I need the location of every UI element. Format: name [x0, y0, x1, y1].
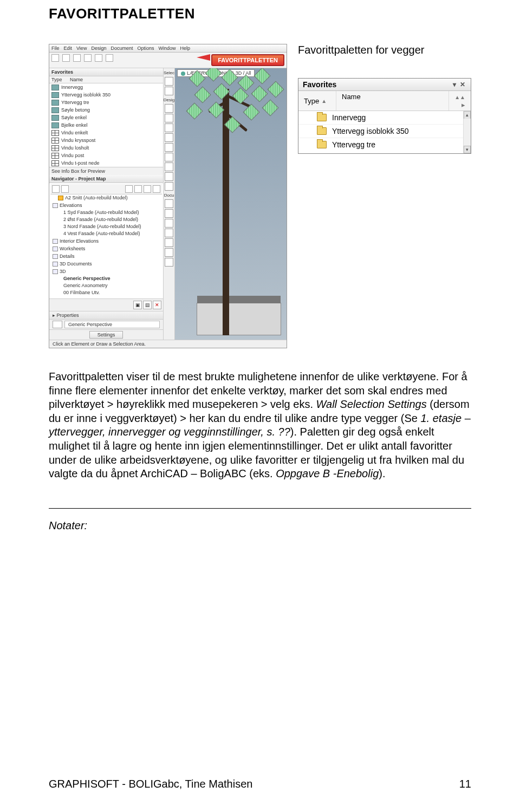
navigator-properties[interactable]: ▸ Properties: [49, 311, 163, 319]
list-item[interactable]: Søyle betong: [49, 106, 163, 114]
list-item[interactable]: Vindu losholt: [49, 144, 163, 152]
nav-tab[interactable]: [144, 185, 151, 193]
tree-item[interactable]: A2 Snitt (Auto-rebuild Model): [50, 194, 162, 202]
tool-line[interactable]: [165, 238, 173, 247]
tool-circle[interactable]: [165, 248, 173, 257]
window-icon: [51, 160, 59, 166]
tool-fill[interactable]: [165, 229, 173, 237]
menu-file[interactable]: File: [51, 46, 60, 51]
menu-view[interactable]: View: [76, 46, 87, 51]
toolbar-button[interactable]: [84, 54, 92, 62]
tree-group-details[interactable]: Details: [50, 252, 162, 260]
nav-tab[interactable]: [61, 185, 69, 193]
tool-column[interactable]: [165, 133, 173, 142]
tool-beam[interactable]: [165, 143, 173, 152]
scroll-up-icon[interactable]: ▴: [464, 111, 471, 119]
page-title: FAVORITTPALETTEN: [49, 5, 471, 22]
toolbar-button[interactable]: [95, 54, 102, 62]
list-item[interactable]: Yttervegg isoblokk 350: [49, 91, 163, 99]
list-item[interactable]: Vindu post: [49, 152, 163, 159]
menubar: File Edit View Design Document Options W…: [49, 44, 287, 53]
toolbar-button[interactable]: [73, 54, 81, 62]
tree-group-3d-documents[interactable]: 3D Documents: [50, 260, 162, 268]
favorites-item[interactable]: Yttervegg tre: [298, 138, 463, 151]
toolbar-button[interactable]: [62, 54, 70, 62]
folder-icon: [51, 100, 59, 106]
sort-asc-icon: ▲: [321, 98, 327, 104]
tool-slab[interactable]: [165, 153, 173, 161]
menu-document[interactable]: Document: [110, 46, 133, 51]
col-name[interactable]: Name: [70, 77, 161, 82]
footer-left: GRAPHISOFT - BOLIGabc, Tine Mathisen: [49, 778, 252, 790]
column-label: Type: [304, 97, 319, 105]
settings-button[interactable]: Settings: [89, 331, 123, 339]
tool-dimension[interactable]: [165, 199, 173, 208]
tree-item[interactable]: Generic Axonometry: [50, 282, 162, 289]
col-type[interactable]: Type: [51, 77, 70, 82]
menu-help[interactable]: Help: [180, 46, 190, 51]
tree-item[interactable]: Generic Perspective: [50, 275, 162, 282]
tree-item[interactable]: 1 Syd Fasade (Auto-rebuild Model): [50, 209, 162, 216]
list-item[interactable]: Vindu enkelt: [49, 129, 163, 137]
favorites-mini-header: Favorites: [49, 68, 163, 76]
tree-label: 00 Filmbane Utv.: [63, 290, 100, 295]
tool-arrow[interactable]: [165, 77, 173, 86]
tool-mesh[interactable]: [165, 182, 173, 191]
scroll-down-icon[interactable]: ▾: [464, 146, 471, 153]
tree-group-elevations[interactable]: Elevations: [50, 202, 162, 209]
tree-item[interactable]: 2 Øst Fasade (Auto-rebuild Model): [50, 216, 162, 223]
list-item[interactable]: Søyle enkel: [49, 114, 163, 121]
tree-item[interactable]: 3 Nord Fasade (Auto-rebuild Model): [50, 223, 162, 230]
nav-delete-button[interactable]: ✕: [153, 301, 161, 309]
tool-marquee[interactable]: [165, 87, 173, 95]
nav-tab[interactable]: [125, 185, 133, 193]
list-item-label: Innervegg: [61, 83, 83, 91]
toolbar-button[interactable]: [106, 54, 113, 62]
scrollbar[interactable]: ▴ ▾: [463, 111, 471, 153]
tree-group-worksheets[interactable]: Worksheets: [50, 245, 162, 252]
nav-tab[interactable]: [153, 185, 160, 193]
panel-controls[interactable]: ▾ ✕: [453, 81, 466, 88]
tool-arc[interactable]: [165, 258, 173, 267]
list-item[interactable]: Vindu krysspost: [49, 137, 163, 144]
favorites-item[interactable]: Yttervegg isoblokk 350: [298, 125, 463, 138]
menu-design[interactable]: Design: [91, 46, 106, 51]
list-item[interactable]: Innervegg: [49, 83, 163, 91]
menu-edit[interactable]: Edit: [64, 46, 73, 51]
tool-door[interactable]: [165, 114, 173, 122]
tree-item[interactable]: 4 Vest Fasade (Auto-rebuild Model): [50, 230, 162, 237]
menu-window[interactable]: Window: [158, 46, 176, 51]
list-item-label: Vindu t-post nede: [61, 159, 99, 167]
folder-icon: [51, 85, 59, 90]
tree-group-interior[interactable]: Interior Elevations: [50, 237, 162, 245]
list-item-label: Bjelke enkel: [61, 121, 88, 129]
tool-label[interactable]: [165, 219, 173, 228]
favorites-info: See Info Box for Preview: [49, 167, 163, 175]
list-item[interactable]: Bjelke enkel: [49, 121, 163, 129]
tool-roof[interactable]: [165, 172, 173, 181]
column-header-name[interactable]: Name: [336, 91, 449, 111]
list-item[interactable]: Yttervegg tre: [49, 99, 163, 106]
tree-item[interactable]: 00 Filmbane Utv.: [50, 289, 162, 296]
list-item[interactable]: Vindu t-post nede: [49, 159, 163, 167]
tool-wall[interactable]: [165, 104, 173, 113]
column-header-type[interactable]: Type▲: [298, 91, 336, 111]
viewport-3d[interactable]: LÆRERVEILEDNING 3D / All: [175, 68, 287, 340]
nav-tab[interactable]: [134, 185, 142, 193]
menu-options[interactable]: Options: [137, 46, 154, 51]
tree-label: 2 Øst Fasade (Auto-rebuild Model): [63, 217, 138, 222]
tool-text[interactable]: [165, 209, 173, 218]
column-header-extra[interactable]: ▲▲ ▸: [449, 91, 471, 111]
tool-window[interactable]: [165, 124, 173, 132]
list-item-label: Vindu krysspost: [61, 137, 95, 144]
tool-stair[interactable]: [165, 163, 173, 171]
tree-illustration: [191, 73, 267, 335]
nav-action-button[interactable]: ▤: [143, 301, 152, 309]
tree-group-3d[interactable]: 3D: [50, 268, 162, 275]
figure-caption: Favorittpaletten for vegger: [298, 44, 471, 56]
favorites-item[interactable]: Innervegg: [298, 111, 463, 125]
toolbar-button[interactable]: [51, 54, 59, 62]
nav-tab[interactable]: [52, 185, 60, 193]
nav-action-button[interactable]: ▣: [133, 301, 142, 309]
separator: [49, 508, 471, 509]
